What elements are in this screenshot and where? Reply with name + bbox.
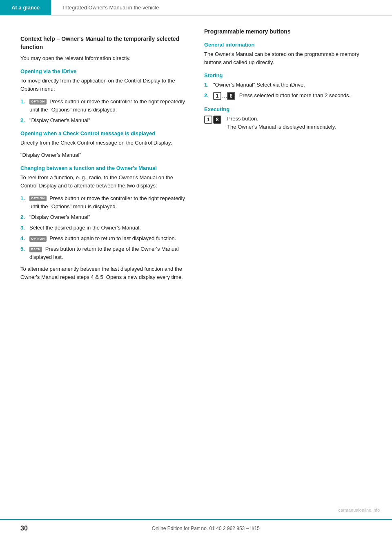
context-help-title: Context help – Owner's Manual to the tem… [20,35,188,51]
executing-row: 1 ··· 8 Press button. The Owner's Manual… [204,115,372,131]
opening-idrive-title: Opening via the iDrive [20,68,188,74]
general-info-title: General information [204,42,372,48]
option-icon-1: OPTION [29,99,47,105]
idrive-step-2: 2. "Display Owner's Manual" [20,116,188,125]
main-content: Context help – Owner's Manual to the tem… [0,16,392,310]
opening-check-quote: "Display Owner's Manual" [20,151,188,159]
idrive-steps: 1. OPTION Press button or move the contr… [20,98,188,125]
footer: 30 Online Edition for Part no. 01 40 2 9… [0,519,392,537]
alternating-body: To alternate permanently between the las… [20,265,188,281]
tab-at-a-glance[interactable]: At a glance [0,0,51,15]
changing-step-2: 2. "Display Owner's Manual" [20,213,188,221]
changing-step2-text: "Display Owner's Manual" [29,213,188,221]
executing-title: Executing [204,106,372,112]
changing-step1-text: Press button or move the controller to t… [29,195,185,209]
general-info-body: The Owner's Manual can be stored on the … [204,50,372,67]
context-help-section: Context help – Owner's Manual to the tem… [20,35,188,281]
idrive-step-1: 1. OPTION Press button or move the contr… [20,98,188,114]
executing-line2: The Owner's Manual is displayed immediat… [227,123,336,131]
programmable-title: Programmable memory buttons [204,28,372,36]
changing-step4-text: Press button again to return to last dis… [49,235,176,241]
right-column: Programmable memory buttons General info… [204,28,372,285]
idrive-step2-text: "Display Owner's Manual" [29,116,188,125]
back-icon: BACK [29,247,42,252]
header-bar: At a glance Integrated Owner's Manual in… [0,0,392,16]
changing-step3-text: Select the desired page in the Owner's M… [29,224,188,232]
option-icon-2: OPTION [29,196,47,201]
footer-center-text: Online Edition for Part no. 01 40 2 962 … [40,526,372,531]
executing-memory-icon: 1 ··· 8 [204,116,224,124]
storing-step-1: 1. "Owner's Manual" Select via the iDriv… [204,81,372,89]
page-number: 30 [20,525,28,532]
storing-title: Storing [204,72,372,78]
storing-step1-text: "Owner's Manual" Select via the iDrive. [213,81,372,89]
changing-step-5: 5. BACK Press button to return to the pa… [20,245,188,261]
tab-integrated-manual[interactable]: Integrated Owner's Manual in the vehicle [51,0,170,15]
left-column: Context help – Owner's Manual to the tem… [20,28,188,285]
changing-step-1: 1. OPTION Press button or move the contr… [20,194,188,211]
opening-idrive-body: To move directly from the application on… [20,77,188,93]
changing-step-3: 3. Select the desired page in the Owner'… [20,224,188,232]
idrive-step1-text: Press button or move the controller to t… [29,98,185,113]
option-icon-3: OPTION [29,236,47,242]
storing-steps: 1. "Owner's Manual" Select via the iDriv… [204,81,372,100]
storing-step-2: 2. 1 … 8 Press selected button for more … [204,91,372,100]
changing-body: To reel from a function, e. g., radio, t… [20,174,188,190]
memory-button-store: 1 … 8 [213,91,235,100]
changing-step-4: 4. OPTION Press button again to return t… [20,234,188,243]
opening-check-title: Opening when a Check Control message is … [20,130,188,136]
context-help-body: You may open the relevant information di… [20,54,188,62]
executing-line1: Press button. [227,115,336,123]
watermark: carmanualonline.info [338,508,380,512]
changing-steps: 1. OPTION Press button or move the contr… [20,194,188,262]
changing-title: Changing between a function and the Owne… [20,165,188,171]
opening-check-body: Directly from the Check Control message … [20,139,188,147]
changing-step5-text: Press button to return to the page of th… [29,246,179,260]
storing-step2-text: Press selected button for more than 2 se… [239,92,350,98]
